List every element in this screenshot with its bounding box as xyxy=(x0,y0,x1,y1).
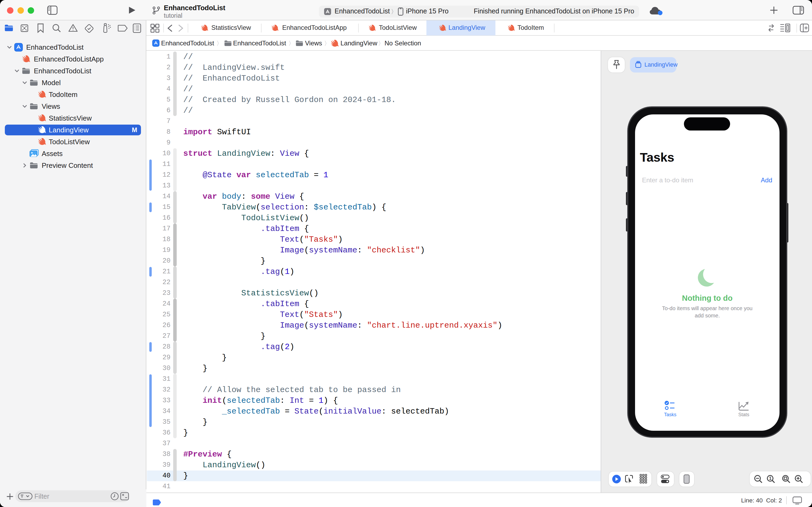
svg-text:1: 1 xyxy=(769,476,771,481)
